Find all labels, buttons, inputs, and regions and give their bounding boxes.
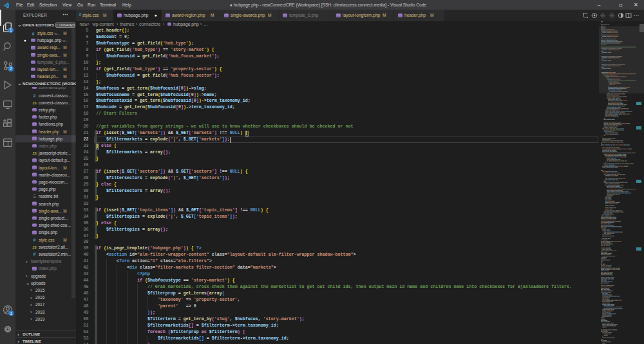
svg-text:1: 1 <box>10 311 13 316</box>
svg-text:2: 2 <box>10 66 12 71</box>
svg-text:1: 1 <box>10 28 12 32</box>
